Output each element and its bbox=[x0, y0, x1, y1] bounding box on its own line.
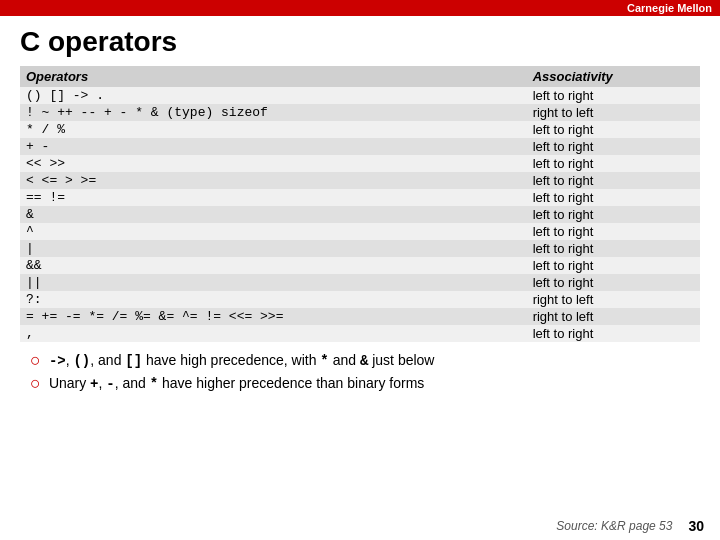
operator-cell: + - bbox=[20, 138, 527, 155]
table-row: ||left to right bbox=[20, 274, 700, 291]
table-row: * / %left to right bbox=[20, 121, 700, 138]
associativity-cell: left to right bbox=[527, 155, 700, 172]
associativity-cell: left to right bbox=[527, 274, 700, 291]
associativity-cell: left to right bbox=[527, 257, 700, 274]
operator-cell: , bbox=[20, 325, 527, 342]
page-title: C operators bbox=[20, 26, 700, 58]
table-row: + -left to right bbox=[20, 138, 700, 155]
operators-table: Operators Associativity () [] -> .left t… bbox=[20, 66, 700, 342]
table-row: << >>left to right bbox=[20, 155, 700, 172]
source-text: Source: K&R page 53 bbox=[556, 519, 672, 533]
associativity-cell: left to right bbox=[527, 138, 700, 155]
table-row: () [] -> .left to right bbox=[20, 87, 700, 104]
operator-cell: | bbox=[20, 240, 527, 257]
operator-cell: ?: bbox=[20, 291, 527, 308]
bullet-icon: ○ bbox=[30, 350, 41, 371]
operator-cell: () [] -> . bbox=[20, 87, 527, 104]
table-row: < <= > >=left to right bbox=[20, 172, 700, 189]
associativity-cell: left to right bbox=[527, 240, 700, 257]
bullet-item: ○->, (), and [] have high precedence, wi… bbox=[30, 352, 700, 371]
bullet-icon: ○ bbox=[30, 373, 41, 394]
associativity-cell: left to right bbox=[527, 325, 700, 342]
table-row: ^left to right bbox=[20, 223, 700, 240]
operator-cell: << >> bbox=[20, 155, 527, 172]
associativity-cell: right to left bbox=[527, 308, 700, 325]
associativity-cell: left to right bbox=[527, 172, 700, 189]
operator-cell: & bbox=[20, 206, 527, 223]
bullet-text: ->, (), and [] have high precedence, wit… bbox=[49, 352, 435, 369]
operator-cell: && bbox=[20, 257, 527, 274]
operator-cell: == != bbox=[20, 189, 527, 206]
table-row: &&left to right bbox=[20, 257, 700, 274]
table-row: == !=left to right bbox=[20, 189, 700, 206]
brand-label: Carnegie Mellon bbox=[627, 2, 712, 14]
associativity-cell: left to right bbox=[527, 206, 700, 223]
col-header-associativity: Associativity bbox=[527, 66, 700, 87]
header-bar: Carnegie Mellon bbox=[0, 0, 720, 16]
page-number: 30 bbox=[688, 518, 704, 534]
operator-cell: = += -= *= /= %= &= ^= != <<= >>= bbox=[20, 308, 527, 325]
operator-cell: || bbox=[20, 274, 527, 291]
footer: Source: K&R page 53 30 bbox=[556, 518, 704, 534]
bullet-item: ○Unary +, -, and * have higher precedenc… bbox=[30, 375, 700, 394]
associativity-cell: left to right bbox=[527, 189, 700, 206]
main-content: C operators Operators Associativity () [… bbox=[0, 16, 720, 408]
associativity-cell: left to right bbox=[527, 87, 700, 104]
table-row: = += -= *= /= %= &= ^= != <<= >>=right t… bbox=[20, 308, 700, 325]
operator-cell: < <= > >= bbox=[20, 172, 527, 189]
associativity-cell: right to left bbox=[527, 291, 700, 308]
col-header-operators: Operators bbox=[20, 66, 527, 87]
table-body: () [] -> .left to right! ~ ++ -- + - * &… bbox=[20, 87, 700, 342]
bullet-text: Unary +, -, and * have higher precedence… bbox=[49, 375, 424, 392]
table-row: ?:right to left bbox=[20, 291, 700, 308]
table-header-row: Operators Associativity bbox=[20, 66, 700, 87]
operator-cell: ^ bbox=[20, 223, 527, 240]
bullet-section: ○->, (), and [] have high precedence, wi… bbox=[20, 352, 700, 394]
table-row: |left to right bbox=[20, 240, 700, 257]
operator-cell: * / % bbox=[20, 121, 527, 138]
associativity-cell: right to left bbox=[527, 104, 700, 121]
table-row: ,left to right bbox=[20, 325, 700, 342]
table-row: ! ~ ++ -- + - * & (type) sizeofright to … bbox=[20, 104, 700, 121]
operator-cell: ! ~ ++ -- + - * & (type) sizeof bbox=[20, 104, 527, 121]
table-row: &left to right bbox=[20, 206, 700, 223]
associativity-cell: left to right bbox=[527, 223, 700, 240]
associativity-cell: left to right bbox=[527, 121, 700, 138]
